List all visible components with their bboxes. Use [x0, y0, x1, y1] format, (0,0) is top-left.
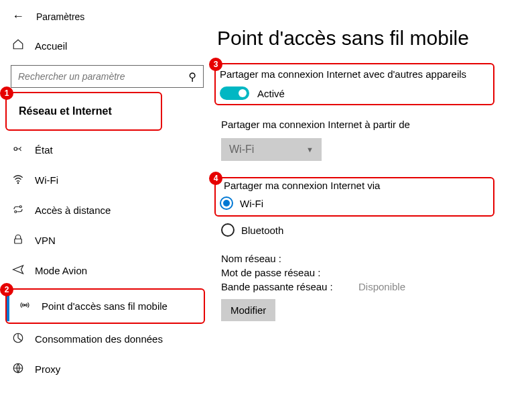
sidebar-item-home[interactable]: Accueil [0, 29, 214, 62]
sidebar-item-label: VPN [35, 235, 56, 246]
svg-point-0 [14, 148, 17, 151]
sidebar-item-proxy[interactable]: Proxy [0, 354, 214, 384]
svg-point-5 [24, 304, 25, 306]
search-icon: ⚲ [188, 70, 196, 83]
home-icon [12, 38, 24, 53]
toggle-knob [239, 89, 247, 97]
sidebar-item-label: État [35, 144, 53, 156]
page-title: Point d'accès sans fil mobile [214, 27, 532, 50]
hotspot-icon [19, 299, 31, 313]
radio-wifi[interactable]: Wi-Fi [220, 192, 489, 214]
sidebar-item-hotspot[interactable]: Point d'accès sans fil mobile [7, 291, 204, 321]
sidebar-item-label: Consommation des données [35, 333, 163, 345]
sidebar-home-label: Accueil [35, 40, 67, 52]
radio-icon [221, 223, 235, 237]
airplane-icon [12, 264, 24, 278]
sidebar-item-data[interactable]: Consommation des données [0, 324, 214, 354]
share-toggle[interactable] [220, 87, 249, 100]
sidebar-item-label: Accès à distance [35, 205, 111, 216]
dropdown-value: Wi-Fi [229, 143, 254, 156]
sidebar-item-remote[interactable]: Accès à distance [0, 195, 214, 225]
annotation-marker-4: 4 [209, 172, 222, 185]
sidebar-item-etat[interactable]: État [0, 135, 214, 165]
svg-point-2 [19, 206, 21, 208]
annotation-marker-1: 1 [0, 87, 13, 100]
annotation-box-2: 2 Point d'accès sans fil mobile [5, 288, 205, 324]
sidebar-section-title: Réseau et Internet [7, 96, 161, 127]
net-name-key: Nom réseau : [221, 253, 358, 264]
annotation-marker-3: 3 [209, 58, 222, 71]
vpn-icon [12, 233, 24, 247]
back-icon[interactable]: ← [12, 9, 24, 23]
sidebar-item-wifi[interactable]: Wi-Fi [0, 165, 214, 195]
sidebar-item-label: Proxy [35, 363, 60, 375]
edit-button[interactable]: Modifier [221, 299, 275, 321]
sidebar: ← Paramètres Accueil ⚲ 1 Réseau et Inter… [0, 0, 214, 403]
search-field[interactable] [18, 71, 178, 82]
annotation-box-3: 3 Partager ma connexion Internet avec d'… [214, 63, 494, 105]
band-val: Disponible [358, 281, 405, 292]
svg-point-1 [17, 182, 19, 184]
share-from-label: Partager ma connexion Internet à partir … [221, 119, 525, 130]
share-toggle-label: Partager ma connexion Internet avec d'au… [220, 68, 489, 80]
annotation-box-1: 1 Réseau et Internet [5, 92, 162, 131]
sidebar-item-label: Point d'accès sans fil mobile [42, 300, 168, 312]
share-via-label: Partager ma connexion Internet via [224, 180, 489, 191]
sidebar-item-label: Mode Avion [35, 265, 87, 276]
annotation-box-4: 4 Partager ma connexion Internet via Wi-… [214, 177, 494, 217]
proxy-icon [12, 362, 24, 376]
net-pass-key: Mot de passe réseau : [221, 267, 358, 278]
sidebar-item-label: Wi-Fi [35, 174, 58, 186]
annotation-marker-2: 2 [0, 283, 13, 296]
sidebar-item-vpn[interactable]: VPN [0, 225, 214, 255]
search-input[interactable]: ⚲ [11, 65, 204, 88]
radio-label: Wi-Fi [240, 198, 263, 209]
radio-bluetooth[interactable]: Bluetooth [221, 219, 525, 241]
share-from-dropdown[interactable]: Wi-Fi ▼ [221, 138, 322, 161]
status-icon [12, 143, 24, 157]
svg-point-3 [15, 211, 17, 213]
sidebar-item-airplane[interactable]: Mode Avion [0, 255, 214, 286]
radio-icon [220, 196, 233, 210]
main-content: Point d'accès sans fil mobile 3 Partager… [214, 0, 532, 403]
chevron-down-icon: ▼ [306, 146, 314, 154]
band-key: Bande passante réseau : [221, 281, 358, 292]
app-title: Paramètres [36, 11, 84, 22]
toggle-state-label: Activé [257, 88, 285, 99]
wifi-icon [12, 173, 24, 187]
radio-label: Bluetooth [241, 225, 283, 236]
remote-icon [12, 203, 24, 217]
data-icon [12, 332, 24, 346]
svg-rect-4 [15, 239, 22, 243]
